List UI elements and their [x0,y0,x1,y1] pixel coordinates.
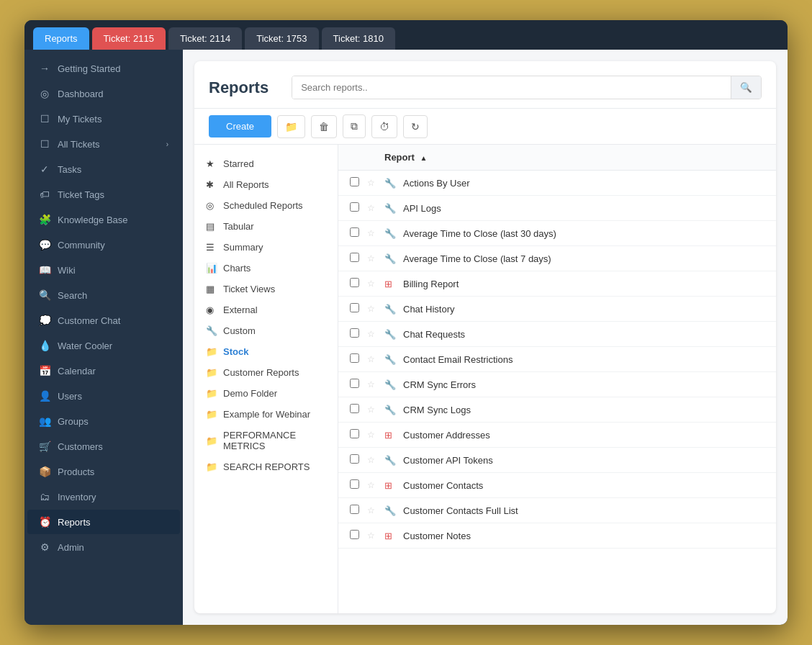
refresh-tool-button[interactable]: ↻ [403,115,428,138]
sidebar-item-reports[interactable]: ⏰Reports [27,510,180,534]
main-layout: →Getting Started◎Dashboard☐My Tickets☐Al… [24,50,788,625]
report-row[interactable]: ☆🔧Customer API Tokens [338,448,776,473]
sidebar-item-community[interactable]: 💬Community [27,233,180,257]
sidebar-item-tasks[interactable]: ✓Tasks [27,157,180,181]
create-button[interactable]: Create [209,115,271,137]
report-row[interactable]: ☆⊞Customer Addresses [338,423,776,448]
search-button[interactable]: 🔍 [731,76,761,99]
report-row[interactable]: ☆🔧Customer Contacts Full List [338,498,776,523]
sidebar-label: Calendar [58,366,96,376]
nav-item-performance-metrics[interactable]: 📁PERFORMANCE METRICS [194,425,338,456]
sidebar-item-wiki[interactable]: 📖Wiki [27,258,180,282]
wrench-icon: 🔧 [384,253,399,264]
row-star[interactable]: ☆ [367,379,384,389]
row-star[interactable]: ☆ [367,304,384,314]
nav-item-starred[interactable]: ★Starred [194,153,338,174]
sidebar-item-ticket-tags[interactable]: 🏷Ticket Tags [27,182,180,207]
sidebar-item-products[interactable]: 📦Products [27,459,180,484]
sidebar-item-inventory[interactable]: 🗂Inventory [27,484,180,509]
row-checkbox[interactable] [350,253,367,264]
row-star[interactable]: ☆ [367,178,384,188]
report-row[interactable]: ☆🔧CRM Sync Errors [338,372,776,397]
row-star[interactable]: ☆ [367,354,384,364]
tab-ticket:-2115[interactable]: Ticket: 2115 [92,27,166,50]
nav-item-customer-reports[interactable]: 📁Customer Reports [194,362,338,383]
nav-item-external[interactable]: ◉External [194,299,338,320]
nav-icon: ✱ [206,179,217,190]
report-row[interactable]: ☆🔧CRM Sync Logs [338,397,776,423]
tab-reports[interactable]: Reports [33,27,89,50]
tab-ticket:-1810[interactable]: Ticket: 1810 [322,27,395,50]
report-row[interactable]: ☆🔧Chat Requests [338,322,776,347]
report-row[interactable]: ☆⊞Customer Contacts [338,473,776,498]
row-checkbox[interactable] [350,227,367,239]
row-star[interactable]: ☆ [367,253,384,263]
report-row[interactable]: ☆🔧API Logs [338,196,776,221]
row-checkbox[interactable] [350,505,367,516]
nav-item-charts[interactable]: 📊Charts [194,258,338,279]
nav-item-scheduled-reports[interactable]: ◎Scheduled Reports [194,195,338,216]
tab-ticket:-2114[interactable]: Ticket: 2114 [168,27,242,50]
row-star[interactable]: ☆ [367,405,384,415]
row-checkbox[interactable] [350,278,367,289]
row-star[interactable]: ☆ [367,329,384,339]
report-row[interactable]: ☆⊞Billing Report [338,271,776,297]
sidebar-item-getting-started[interactable]: →Getting Started [27,56,180,81]
sidebar-item-water-cooler[interactable]: 💧Water Cooler [27,333,180,358]
delete-tool-button[interactable]: 🗑 [311,115,337,138]
report-row[interactable]: ☆🔧Contact Email Restrictions [338,347,776,372]
report-row[interactable]: ☆🔧Average Time to Close (last 7 days) [338,246,776,271]
row-checkbox[interactable] [350,429,367,441]
folder-tool-button[interactable]: 📁 [277,115,305,138]
sidebar-item-users[interactable]: 👤Users [27,384,180,408]
report-row[interactable]: ☆🔧Actions By User [338,171,776,196]
row-checkbox[interactable] [350,454,367,466]
row-checkbox[interactable] [350,379,367,390]
row-checkbox[interactable] [350,177,367,189]
row-star[interactable]: ☆ [367,203,384,213]
nav-item-tabular[interactable]: ▤Tabular [194,216,338,237]
nav-item-example-for-webinar[interactable]: 📁Example for Webinar [194,404,338,425]
wrench-icon: 🔧 [384,405,399,415]
row-checkbox[interactable] [350,303,367,315]
row-checkbox[interactable] [350,202,367,214]
row-star[interactable]: ☆ [367,279,384,289]
sidebar-item-knowledge-base[interactable]: 🧩Knowledge Base [27,207,180,232]
sidebar-item-search[interactable]: 🔍Search [27,283,180,307]
sidebar-item-customer-chat[interactable]: 💭Customer Chat [27,308,180,333]
sidebar-item-all-tickets[interactable]: ☐All Tickets› [27,132,180,156]
nav-item-custom[interactable]: 🔧Custom [194,320,338,341]
sidebar-item-groups[interactable]: 👥Groups [27,409,180,433]
row-checkbox[interactable] [350,479,367,491]
sidebar-item-calendar[interactable]: 📅Calendar [27,358,180,383]
sidebar-item-dashboard[interactable]: ◎Dashboard [27,81,180,106]
report-row[interactable]: ☆🔧Chat History [338,297,776,322]
report-row[interactable]: ☆⊞Customer Notes [338,523,776,549]
row-checkbox[interactable] [350,404,367,415]
sidebar-item-my-tickets[interactable]: ☐My Tickets [27,107,180,131]
nav-item-demo-folder[interactable]: 📁Demo Folder [194,383,338,404]
nav-item-summary[interactable]: ☰Summary [194,237,338,258]
sidebar-item-admin[interactable]: ⚙Admin [27,535,180,559]
copy-tool-button[interactable]: ⧉ [343,114,366,138]
row-star[interactable]: ☆ [367,455,384,465]
nav-item-ticket-views[interactable]: ▦Ticket Views [194,279,338,299]
nav-item-search-reports[interactable]: 📁SEARCH REPORTS [194,456,338,477]
row-star[interactable]: ☆ [367,505,384,515]
row-star[interactable]: ☆ [367,228,384,238]
row-star[interactable]: ☆ [367,531,384,541]
nav-item-label: Stock [223,346,248,357]
tab-ticket:-1753[interactable]: Ticket: 1753 [245,27,318,50]
row-checkbox[interactable] [350,353,367,365]
row-checkbox[interactable] [350,328,367,340]
search-input[interactable] [292,76,731,99]
nav-item-stock[interactable]: 📁Stock [194,341,338,362]
sidebar-item-customers[interactable]: 🛒Customers [27,434,180,459]
nav-item-all-reports[interactable]: ✱All Reports [194,174,338,195]
row-checkbox[interactable] [350,530,367,541]
nav-item-label: Custom [223,325,256,336]
row-star[interactable]: ☆ [367,430,384,440]
row-star[interactable]: ☆ [367,480,384,490]
schedule-tool-button[interactable]: ⏱ [371,115,397,138]
report-row[interactable]: ☆🔧Average Time to Close (last 30 days) [338,221,776,246]
